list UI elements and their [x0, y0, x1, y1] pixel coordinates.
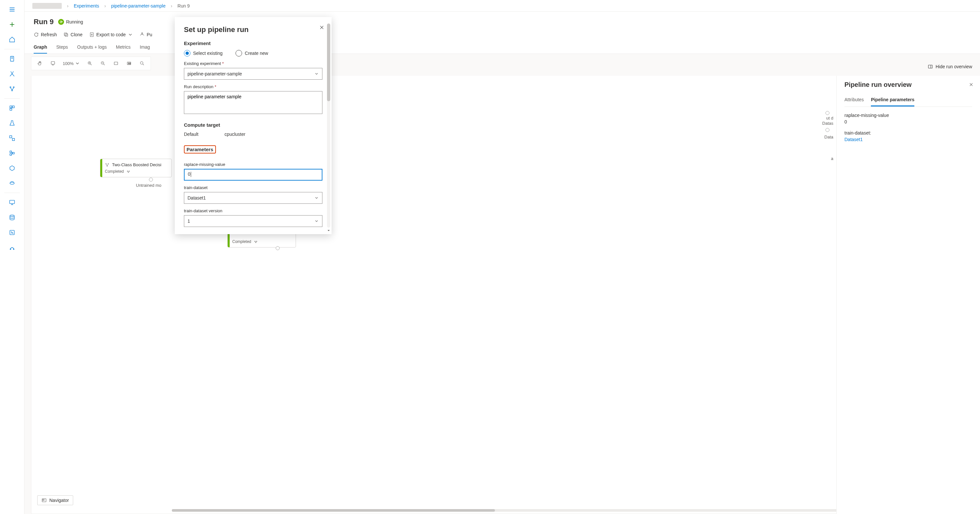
- svg-point-43: [140, 62, 143, 64]
- setup-pipeline-run-dialog: Set up pipeline run Experiment Select ex…: [175, 17, 332, 234]
- endpoints-icon[interactable]: [5, 161, 19, 175]
- svg-rect-16: [13, 138, 15, 141]
- chevron-right-icon: ›: [104, 3, 106, 8]
- search-icon[interactable]: [137, 59, 147, 68]
- tab-images[interactable]: Imag: [140, 43, 150, 54]
- zoom-level[interactable]: 100%: [61, 61, 81, 66]
- svg-line-38: [103, 64, 105, 65]
- label-param-3: train-dataset version: [184, 208, 323, 213]
- data-icon[interactable]: [5, 101, 19, 115]
- svg-rect-40: [115, 62, 118, 65]
- refresh-button[interactable]: Refresh: [33, 32, 57, 37]
- tab-pipeline-parameters[interactable]: Pipeline parameters: [871, 95, 914, 106]
- tab-outputs[interactable]: Outputs + logs: [77, 43, 107, 54]
- label-param-1: raplace-missing-value: [184, 162, 323, 167]
- breadcrumb-experiment-name[interactable]: pipeline-parameter-sample: [111, 3, 165, 8]
- environments-icon[interactable]: [5, 176, 19, 190]
- svg-point-49: [107, 165, 108, 166]
- pan-tool-icon[interactable]: [35, 59, 45, 68]
- run-description-input[interactable]: [184, 91, 323, 114]
- breadcrumb-experiments[interactable]: Experiments: [74, 3, 99, 8]
- text-cursor: [191, 172, 191, 177]
- pipelines-icon[interactable]: [5, 131, 19, 145]
- canvas-label: Data: [824, 135, 833, 140]
- plus-icon[interactable]: [5, 17, 19, 31]
- hamburger-icon[interactable]: [5, 3, 19, 16]
- designer-icon[interactable]: [5, 82, 19, 96]
- breadcrumb: › Experiments › pipeline-parameter-sampl…: [24, 0, 980, 12]
- param-replace-missing-value-input[interactable]: 0: [184, 169, 323, 181]
- select-tool-icon[interactable]: [48, 59, 57, 68]
- svg-rect-18: [10, 154, 11, 155]
- node-status: Completed: [105, 169, 167, 174]
- canvas-label: Datas: [822, 121, 833, 126]
- section-compute-target: Compute target: [184, 122, 323, 128]
- svg-point-8: [10, 87, 11, 87]
- notebook-icon[interactable]: [5, 52, 19, 66]
- panel-title: Pipeline run overview: [845, 81, 972, 89]
- tab-graph[interactable]: Graph: [33, 43, 47, 54]
- export-button[interactable]: Export to code: [89, 32, 133, 37]
- node-status-bar: [100, 159, 102, 177]
- models-icon[interactable]: [5, 146, 19, 160]
- breadcrumb-workspace[interactable]: [32, 3, 62, 9]
- graph-port[interactable]: [826, 111, 829, 115]
- experiments-icon[interactable]: [5, 116, 19, 130]
- publish-button[interactable]: Pu: [140, 32, 152, 37]
- linked-icon[interactable]: [5, 241, 19, 254]
- dialog-scrollbar[interactable]: [327, 24, 330, 228]
- home-icon[interactable]: [5, 33, 19, 46]
- svg-point-9: [13, 87, 14, 87]
- svg-line-34: [91, 64, 91, 65]
- actual-size-icon[interactable]: 1:1: [124, 59, 134, 68]
- radio-select-existing[interactable]: Select existing: [184, 50, 223, 57]
- compute-default-label: Default: [184, 132, 198, 137]
- fit-screen-icon[interactable]: [111, 59, 121, 68]
- graph-node[interactable]: Two-Class Boosted Decisi Completed: [100, 159, 172, 177]
- close-icon[interactable]: [969, 82, 974, 88]
- graph-port[interactable]: [149, 178, 153, 182]
- label-icon[interactable]: [5, 226, 19, 240]
- compute-icon[interactable]: [5, 196, 19, 209]
- existing-experiment-select[interactable]: pipeline-parameter-sample: [184, 68, 323, 80]
- radio-icon: [235, 50, 242, 57]
- node-title: Two-Class Boosted Decisi: [105, 162, 167, 167]
- tab-metrics[interactable]: Metrics: [116, 43, 130, 54]
- node-status: Completed: [232, 240, 291, 244]
- param-train-dataset-version-select[interactable]: 1: [184, 215, 323, 227]
- svg-rect-13: [10, 108, 12, 110]
- svg-rect-29: [65, 33, 68, 36]
- param-block: raplace-missing-value 0: [845, 113, 972, 124]
- zoom-in-icon[interactable]: [85, 59, 94, 68]
- port-label: Untrained mo: [136, 183, 161, 188]
- scrollbar-thumb[interactable]: [327, 24, 330, 101]
- svg-line-44: [143, 64, 144, 65]
- section-parameters: Parameters: [184, 145, 216, 154]
- datastore-icon[interactable]: [5, 211, 19, 224]
- graph-port[interactable]: [826, 128, 829, 132]
- recycle-icon: [126, 170, 130, 173]
- svg-rect-19: [13, 152, 14, 154]
- zoom-out-icon[interactable]: [98, 59, 108, 68]
- automl-icon[interactable]: [5, 67, 19, 81]
- radio-create-new[interactable]: Create new: [235, 50, 268, 57]
- svg-rect-30: [64, 33, 67, 36]
- graph-port[interactable]: [276, 246, 280, 250]
- scroll-down-icon[interactable]: [327, 229, 330, 232]
- param-value-link[interactable]: Dataset1: [845, 137, 972, 142]
- svg-rect-22: [10, 200, 15, 203]
- param-train-dataset-select[interactable]: Dataset1: [184, 192, 323, 204]
- clone-button[interactable]: Clone: [64, 32, 83, 37]
- panel-tabs: Attributes Pipeline parameters: [845, 95, 972, 107]
- svg-point-47: [105, 163, 106, 164]
- close-icon[interactable]: [319, 25, 325, 31]
- svg-rect-5: [10, 57, 14, 61]
- content-tabs: Graph Steps Outputs + logs Metrics Imag: [24, 39, 980, 54]
- navigator-button[interactable]: Navigator: [37, 495, 73, 505]
- svg-rect-15: [10, 136, 12, 138]
- svg-rect-17: [10, 151, 11, 152]
- tab-attributes[interactable]: Attributes: [845, 95, 864, 106]
- hide-overview-button[interactable]: Hide run overview: [928, 64, 972, 69]
- scrollbar-thumb[interactable]: [172, 509, 495, 512]
- tab-steps[interactable]: Steps: [56, 43, 68, 54]
